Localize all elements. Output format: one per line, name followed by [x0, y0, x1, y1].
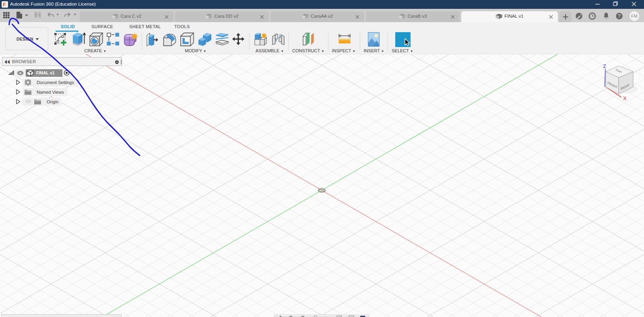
svg-text:Z: Z — [603, 63, 606, 69]
svg-text:X: X — [623, 95, 627, 101]
svg-text:?: ? — [618, 13, 621, 19]
